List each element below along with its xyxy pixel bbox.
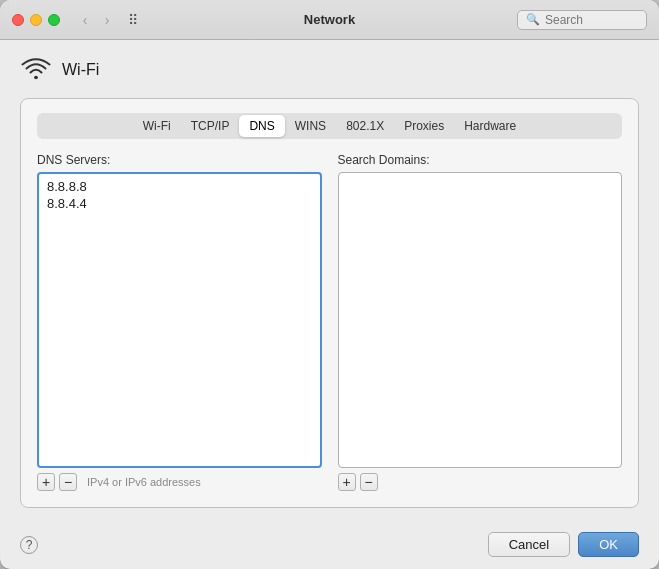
content-area: Wi-Fi Wi-Fi TCP/IP DNS WINS 802.1X Proxi… xyxy=(0,40,659,522)
footer: ? Cancel OK xyxy=(0,522,659,569)
search-domains-controls: + − xyxy=(338,473,623,491)
dns-servers-remove-button[interactable]: − xyxy=(59,473,77,491)
search-icon: 🔍 xyxy=(526,13,540,26)
svg-point-0 xyxy=(34,76,38,80)
wifi-icon xyxy=(20,56,52,84)
wifi-header: Wi-Fi xyxy=(20,56,639,84)
dns-columns: DNS Servers: 8.8.8.8 8.8.4.4 + − IPv4 or… xyxy=(37,153,622,491)
search-input[interactable] xyxy=(545,13,638,27)
dns-hint-text: IPv4 or IPv6 addresses xyxy=(87,476,201,488)
list-item: 8.8.4.4 xyxy=(45,195,314,212)
traffic-lights xyxy=(12,14,60,26)
cancel-button[interactable]: Cancel xyxy=(488,532,570,557)
tab-wifi[interactable]: Wi-Fi xyxy=(133,115,181,137)
dns-servers-add-button[interactable]: + xyxy=(37,473,55,491)
help-button[interactable]: ? xyxy=(20,536,38,554)
dns-servers-label: DNS Servers: xyxy=(37,153,322,167)
dns-servers-list[interactable]: 8.8.8.8 8.8.4.4 xyxy=(37,172,322,468)
close-button[interactable] xyxy=(12,14,24,26)
tab-wins[interactable]: WINS xyxy=(285,115,336,137)
search-domains-label: Search Domains: xyxy=(338,153,623,167)
tab-dns[interactable]: DNS xyxy=(239,115,284,137)
search-domains-remove-button[interactable]: − xyxy=(360,473,378,491)
wifi-label: Wi-Fi xyxy=(62,61,99,79)
tab-proxies[interactable]: Proxies xyxy=(394,115,454,137)
search-domains-column: Search Domains: + − xyxy=(338,153,623,491)
titlebar: ‹ › ⠿ Network 🔍 xyxy=(0,0,659,40)
dns-panel: DNS Servers: 8.8.8.8 8.8.4.4 + − IPv4 or… xyxy=(37,153,622,491)
grid-button[interactable]: ⠿ xyxy=(128,12,138,28)
forward-button[interactable]: › xyxy=(98,11,116,29)
ok-button[interactable]: OK xyxy=(578,532,639,557)
search-bar[interactable]: 🔍 xyxy=(517,10,647,30)
network-window: ‹ › ⠿ Network 🔍 Wi-Fi xyxy=(0,0,659,569)
nav-buttons: ‹ › xyxy=(76,11,116,29)
minimize-button[interactable] xyxy=(30,14,42,26)
tabs-bar: Wi-Fi TCP/IP DNS WINS 802.1X Proxies Har… xyxy=(37,113,622,139)
list-item: 8.8.8.8 xyxy=(45,178,314,195)
search-domains-list[interactable] xyxy=(338,172,623,468)
tab-8021x[interactable]: 802.1X xyxy=(336,115,394,137)
footer-buttons: Cancel OK xyxy=(488,532,639,557)
dns-servers-column: DNS Servers: 8.8.8.8 8.8.4.4 + − IPv4 or… xyxy=(37,153,322,491)
tabs-container: Wi-Fi TCP/IP DNS WINS 802.1X Proxies Har… xyxy=(20,98,639,508)
window-title: Network xyxy=(304,12,355,27)
maximize-button[interactable] xyxy=(48,14,60,26)
search-domains-add-button[interactable]: + xyxy=(338,473,356,491)
dns-servers-controls: + − IPv4 or IPv6 addresses xyxy=(37,473,322,491)
back-button[interactable]: ‹ xyxy=(76,11,94,29)
tab-tcpip[interactable]: TCP/IP xyxy=(181,115,240,137)
tab-hardware[interactable]: Hardware xyxy=(454,115,526,137)
